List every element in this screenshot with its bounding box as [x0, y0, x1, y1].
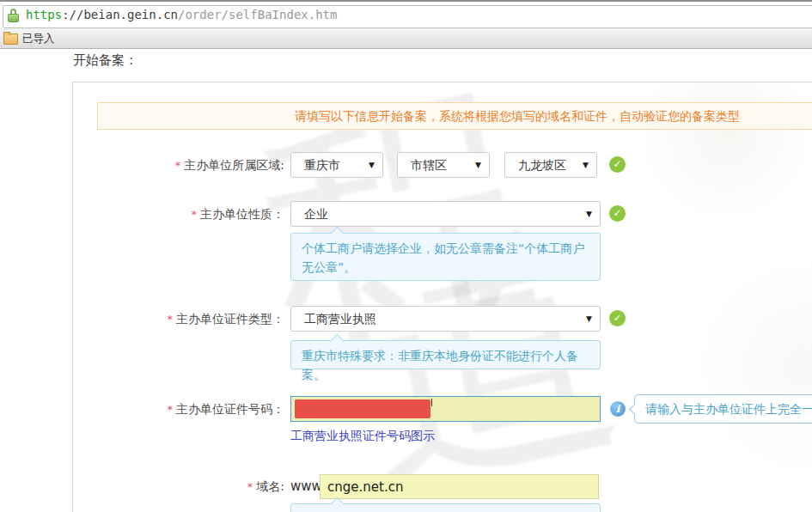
cert-type-label: *主办单位证件类型： [73, 306, 284, 332]
chevron-down-icon: ▼ [586, 202, 592, 226]
required-asterisk: * [175, 159, 181, 172]
cert-sample-link[interactable]: 工商营业执照证件号码图示 [290, 429, 435, 444]
form-panel: 程 道 请填写以下信息开始备案，系统将根据您填写的域名和证件，自动验证您的备案类… [72, 82, 812, 512]
url-path: /order/selfBaIndex.htm [178, 8, 337, 21]
region-label: *主办单位所属区域: [73, 152, 284, 179]
url-scheme: https [26, 8, 62, 21]
province-select-value: 重庆市 [304, 158, 340, 172]
text-cursor [431, 399, 432, 406]
district-select[interactable]: 九龙坡区 ▼ [504, 152, 597, 178]
bookmarks-bar: 已导入 [0, 28, 812, 49]
info-icon[interactable]: i [610, 401, 626, 417]
nature-select-value: 企业 [304, 207, 328, 221]
city-select-value: 市辖区 [411, 158, 447, 172]
chevron-down-icon: ▼ [583, 153, 589, 177]
cert-type-hint: 重庆市特殊要求：非重庆本地身份证不能进行个人备案。 [290, 340, 601, 369]
region-valid-check-icon: ✓ [609, 156, 626, 173]
redaction-overlay [295, 399, 430, 418]
required-asterisk: * [168, 403, 174, 416]
nature-hint: 个体工商户请选择企业，如无公章需备注“个体工商户无公章”。 [290, 233, 601, 281]
district-select-value: 九龙坡区 [518, 158, 566, 172]
required-asterisk: * [192, 208, 198, 221]
notice-banner: 请填写以下信息开始备案，系统将根据您填写的域名和证件，自动验证您的备案类型 [97, 102, 812, 130]
address-bar[interactable]: https://beian.gein.cn/order/selfBaIndex.… [0, 0, 812, 28]
cert-type-select[interactable]: 工商营业执照 ▼ [290, 306, 601, 332]
url-text[interactable]: https://beian.gein.cn/order/selfBaIndex.… [26, 8, 337, 21]
cert-number-tooltip: 请输入与主办单位证件上完全一致的证 [634, 394, 812, 424]
bookmark-label: 已导入 [22, 32, 55, 46]
bookmark-imported-folder[interactable]: 已导入 [3, 30, 55, 47]
url-host: ://beian.gein.cn [62, 8, 178, 21]
chevron-down-icon: ▼ [369, 153, 375, 177]
required-asterisk: * [168, 313, 174, 326]
required-asterisk: * [247, 480, 253, 493]
cert-number-label: *主办单位证件号码： [73, 396, 284, 423]
cert-number-field[interactable] [290, 396, 601, 422]
folder-icon [3, 34, 18, 45]
province-select[interactable]: 重庆市 ▼ [290, 152, 383, 178]
nature-valid-check-icon: ✓ [609, 205, 626, 222]
domain-input[interactable] [320, 474, 599, 499]
chevron-down-icon: ▼ [586, 307, 592, 331]
nature-select[interactable]: 企业 ▼ [290, 201, 601, 227]
page-title: 开始备案： [73, 52, 137, 69]
city-select[interactable]: 市辖区 ▼ [397, 152, 490, 178]
chevron-down-icon: ▼ [475, 153, 481, 177]
ssl-lock-icon[interactable] [8, 9, 21, 23]
cert-type-select-value: 工商营业执照 [304, 312, 376, 326]
browser-window: https://beian.gein.cn/order/selfBaIndex.… [0, 0, 812, 512]
domain-hint [290, 503, 601, 512]
cert-type-valid-check-icon: ✓ [609, 310, 626, 326]
nature-label: *主办单位性质： [73, 201, 284, 228]
domain-label: *域名: [73, 474, 284, 499]
